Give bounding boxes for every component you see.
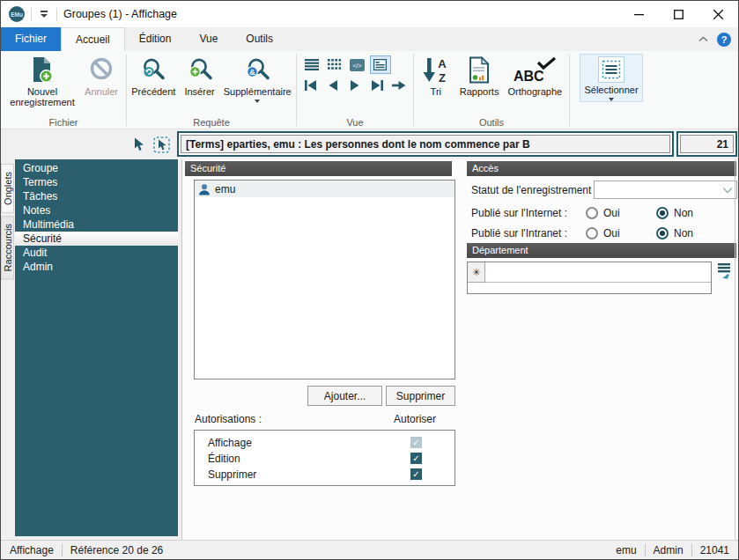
query-summary-text: [Terms] eparties, emu : Les personnes do… <box>181 135 670 153</box>
permissions-label: Autorisations : <box>195 413 262 425</box>
security-user-list[interactable]: emu <box>194 180 455 379</box>
app-logo-icon[interactable]: EMu <box>9 6 25 22</box>
status-irn: 21041 <box>700 544 729 556</box>
quick-access-dropdown[interactable] <box>38 11 50 18</box>
intranet-oui-radio[interactable] <box>586 227 598 239</box>
delete-user-button[interactable]: Supprimer <box>386 386 455 406</box>
sort-button[interactable]: A Z Tri <box>417 54 455 97</box>
help-button[interactable]: ? <box>717 33 731 47</box>
record-status-combobox[interactable] <box>594 181 737 199</box>
query-summary-box[interactable]: [Terms] eparties, emu : Les personnes do… <box>177 131 674 157</box>
permission-label: Affichage <box>208 437 252 449</box>
intranet-non-radio[interactable] <box>656 227 669 239</box>
title-bar: EMu Groupes (1) - Affichage <box>1 1 738 27</box>
collapse-ribbon-icon[interactable] <box>698 36 708 42</box>
list-item[interactable]: emu <box>195 181 454 197</box>
sidebar-item-groupe[interactable]: Groupe <box>15 161 178 175</box>
minimize-icon <box>634 10 644 19</box>
first-record-button[interactable] <box>301 77 321 94</box>
sidebar-item-multimedia[interactable]: Multimédia <box>15 217 178 232</box>
next-record-icon <box>349 79 361 92</box>
department-grid: ✳ <box>467 262 712 294</box>
titlebar-divider <box>56 8 57 21</box>
vertical-tab-raccourcis[interactable]: Raccourcis <box>1 216 14 279</box>
sidebar-item-securite[interactable]: Sécurité <box>15 232 178 246</box>
add-user-button[interactable]: Ajouter... <box>307 386 382 406</box>
chevron-down-icon <box>722 187 733 194</box>
new-record-button[interactable]: Nouvel enregistrement <box>4 54 80 107</box>
code-view-button[interactable]: </> <box>347 55 368 74</box>
document-plus-icon <box>29 56 55 83</box>
ribbon-group-requete: Précédent Insérer <box>127 51 296 129</box>
checkbox-supprimer[interactable]: ✓ <box>410 468 422 480</box>
internet-non-radio[interactable] <box>656 207 669 219</box>
select-button[interactable]: Sélectionner <box>580 54 642 102</box>
user-name: emu <box>215 183 235 195</box>
code-view-icon: </> <box>350 59 365 71</box>
vertical-tab-onglets[interactable]: Onglets <box>1 164 14 213</box>
sidebar-item-admin[interactable]: Admin <box>15 260 178 274</box>
sidebar-item-taches[interactable]: Tâches <box>15 189 178 203</box>
last-record-button[interactable] <box>367 77 388 94</box>
auto-fill-icon[interactable] <box>715 262 733 280</box>
first-record-icon <box>303 79 319 92</box>
minimize-button[interactable] <box>619 1 659 27</box>
list-view-button[interactable] <box>301 55 322 74</box>
status-group: Admin <box>654 544 684 556</box>
record-count-value: 21 <box>680 135 734 153</box>
svg-text:ABC: ABC <box>514 69 544 84</box>
sort-az-icon: A Z <box>421 56 451 84</box>
record-count-box: 21 <box>676 131 737 157</box>
grid-view-button[interactable] <box>324 55 345 74</box>
tab-fichier[interactable]: Fichier <box>1 27 61 51</box>
pointer-icon[interactable] <box>133 137 145 151</box>
permission-label: Supprimer <box>208 468 256 481</box>
list-view-icon <box>305 59 319 70</box>
permission-label: Édition <box>208 453 240 465</box>
form-view-button[interactable] <box>370 55 391 74</box>
permission-row-affichage: Affichage ✓ <box>195 435 454 451</box>
last-record-icon <box>369 79 385 92</box>
ribbon-group-outils: A Z Tri Rapports <box>414 51 569 129</box>
checkbox-edition[interactable]: ✓ <box>410 453 422 464</box>
select-rows-icon <box>602 60 621 79</box>
new-row-marker: ✳ <box>468 262 485 283</box>
search-back-icon <box>140 56 166 83</box>
search-and-icon: & <box>244 56 270 83</box>
intranet-oui-label: Oui <box>603 227 620 239</box>
reports-button[interactable]: Rapports <box>455 54 504 97</box>
statusbar-divider <box>645 544 646 556</box>
tab-vue[interactable]: Vue <box>185 27 232 51</box>
tab-sidebar: Groupe Termes Tâches Notes Multimédia Sé… <box>15 159 178 536</box>
query-strip: [Terms] eparties, emu : Les personnes do… <box>1 129 738 159</box>
cancel-button: Annuler <box>80 54 122 97</box>
svg-text:Z: Z <box>439 71 446 84</box>
tab-outils[interactable]: Outils <box>232 27 287 51</box>
insert-button[interactable]: Insérer <box>180 54 218 97</box>
tab-accueil[interactable]: Accueil <box>61 27 125 51</box>
select-pointer-icon[interactable] <box>153 136 170 153</box>
sidebar-item-notes[interactable]: Notes <box>15 203 178 217</box>
close-button[interactable] <box>698 1 738 27</box>
supplementary-button[interactable]: & Supplémentaire <box>219 54 296 103</box>
access-panel-header: Accès <box>467 161 736 176</box>
sidebar-item-audit[interactable]: Audit <box>15 246 178 260</box>
insert-label: Insérer <box>184 86 214 97</box>
status-reference: Référence 20 de 26 <box>70 544 163 556</box>
intranet-row: Publié sur l'Intranet : Oui Non <box>471 224 737 242</box>
user-icon <box>198 183 211 195</box>
record-status-label: Statut de l'enregistrement : <box>471 184 597 196</box>
spellcheck-icon: ABC <box>512 56 558 84</box>
grid-view-icon <box>328 59 341 70</box>
permission-row-supprimer: Supprimer ✓ <box>195 467 454 483</box>
maximize-button[interactable] <box>659 1 698 27</box>
tab-edition[interactable]: Édition <box>125 27 186 51</box>
goto-record-button[interactable] <box>389 77 410 94</box>
department-input[interactable] <box>485 262 711 283</box>
next-record-button[interactable] <box>345 77 366 94</box>
internet-oui-radio[interactable] <box>586 207 598 219</box>
previous-query-button[interactable]: Précédent <box>127 54 180 97</box>
sidebar-item-termes[interactable]: Termes <box>15 175 178 189</box>
previous-record-button[interactable] <box>323 77 344 94</box>
spellcheck-button[interactable]: ABC Orthographe <box>503 54 566 97</box>
